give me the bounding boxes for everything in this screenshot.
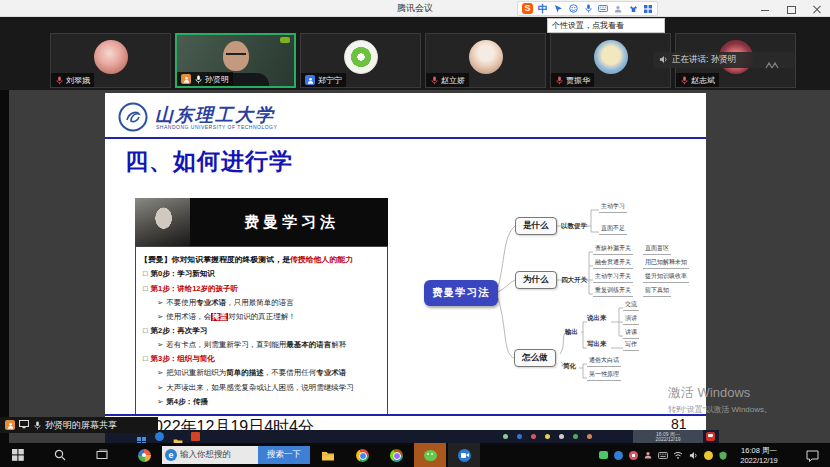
feynman-title: 费曼学习法 <box>195 198 388 246</box>
mindmap-node-how: 怎么做 <box>514 349 556 367</box>
shared-tray-icon <box>573 434 578 439</box>
network-icon[interactable] <box>673 450 683 460</box>
tray-keyboard-icon[interactable] <box>658 450 668 460</box>
mindmap-leaf: 重复训练开关 <box>593 286 633 297</box>
taskbar-search-button[interactable]: 搜索一下 <box>258 446 310 464</box>
slide-footer-divider <box>105 414 706 416</box>
mindmap-leaf: 讲课 <box>623 328 639 339</box>
mindmap-leaf: 写作 <box>623 340 639 351</box>
start-button[interactable] <box>4 443 32 467</box>
tray-360-icon[interactable] <box>628 450 638 460</box>
taskbar-clock[interactable]: 16:08 周一 2022/12/19 <box>728 446 790 466</box>
tray-input-person-icon[interactable] <box>643 450 653 460</box>
taskbar-search-input[interactable] <box>180 450 254 460</box>
shared-meeting-icon <box>155 432 164 441</box>
mindmap-branch-label: 说出来 <box>587 314 607 323</box>
share-label: 孙贤明的屏幕共享 <box>45 419 117 432</box>
mindmap-branch-label: 输出 <box>565 328 578 337</box>
tray-meeting-icon[interactable] <box>613 450 623 460</box>
participant-tile-2[interactable]: 孙贤明 <box>175 33 296 88</box>
browser-icon[interactable] <box>382 443 410 467</box>
sogou-input-toolbar[interactable]: S 中 <box>517 1 658 16</box>
screen-share-indicator[interactable]: 孙贤明的屏幕共享 <box>0 417 158 433</box>
left-black-strip <box>0 90 9 443</box>
participant-nametag: 郑宁宁 <box>301 73 346 87</box>
shared-tray-icon <box>503 434 508 439</box>
feynman-sub-line: ➢若有卡点，则需重新学习，直到能用最基本的语言解释 <box>140 341 383 349</box>
tray-yellow-icon[interactable] <box>703 450 713 460</box>
sharing-user-badge-icon <box>5 420 15 430</box>
mindmap-leaf: 主动学习 <box>599 202 627 213</box>
input-mode-chinese[interactable]: 中 <box>538 3 548 14</box>
sogou-tooltip: 个性设置，点我看看 <box>547 18 665 33</box>
shared-tray-icon <box>517 434 522 439</box>
avatar <box>344 40 378 74</box>
taskbar-search-box[interactable]: e <box>162 446 258 464</box>
shared-tray-icon <box>559 434 564 439</box>
monitor-icon <box>19 420 29 431</box>
participant-tile-4[interactable]: 赵立娇 <box>425 33 546 88</box>
file-explorer-icon[interactable] <box>314 443 342 467</box>
participant-name: 赵志斌 <box>691 75 715 86</box>
mic-icon <box>33 420 41 430</box>
task-view-icon[interactable] <box>88 443 116 467</box>
voice-input-icon[interactable] <box>583 4 593 14</box>
notification-center-icon[interactable] <box>806 448 819 466</box>
participant-name: 贾振华 <box>566 75 590 86</box>
volume-icon[interactable] <box>688 450 698 460</box>
mindmap-node-what: 是什么 <box>515 217 557 235</box>
feynman-sub-line: ➢第4步：传播 <box>140 398 383 406</box>
sogou-logo-icon[interactable]: S <box>522 3 533 14</box>
feynman-sub-line: ➢使用术语，会掩盖对知识的真正理解！ <box>140 313 383 321</box>
participant-nametag: 赵立娇 <box>426 73 469 87</box>
participant-tile-1[interactable]: 刘翠娥 <box>50 33 171 88</box>
participant-nametag: 贾振华 <box>551 73 594 87</box>
close-button[interactable] <box>812 4 822 14</box>
restore-button[interactable] <box>786 4 796 14</box>
participant-nametag: 刘翠娥 <box>51 73 94 87</box>
participant-nametag: 赵志斌 <box>676 73 719 87</box>
shared-notification-badge-icon <box>706 432 715 441</box>
keyboard-icon[interactable] <box>598 4 608 14</box>
shared-clock: 16:09 周一 2022/12/19 <box>633 430 703 443</box>
active-speaker-text: 正在讲话: 孙贤明 <box>672 54 736 66</box>
mic-muted-icon <box>555 75 563 85</box>
sharing-user-badge-icon <box>181 74 191 84</box>
window-title: 腾讯会议 <box>0 0 830 17</box>
mindmap-branch-label: 简化 <box>563 362 576 371</box>
mic-on-icon <box>194 74 202 84</box>
cursor-icon[interactable] <box>553 4 563 14</box>
participant-video-strip: 刘翠娥 孙贤明 郑宁宁 赵立娇 贾振华 <box>0 17 830 90</box>
wechat-taskbar-icon[interactable] <box>414 443 446 467</box>
chrome-icon[interactable] <box>348 443 376 467</box>
speaker-icon <box>659 55 668 66</box>
windows-taskbar: e 搜索一下 16:08 周一 2022/12/19 <box>0 443 830 467</box>
mindmap-leaf: 融会贯通开关 <box>593 258 633 269</box>
minimize-button[interactable] <box>760 4 770 14</box>
feynman-step-line: □第0步：学习新知识 <box>140 270 383 278</box>
emoji-icon[interactable] <box>568 4 578 14</box>
shared-powerpoint-icon <box>191 432 200 441</box>
feynman-portrait <box>135 198 190 246</box>
tray-app-icon[interactable] <box>598 450 608 460</box>
shared-tray-icon <box>587 434 592 439</box>
toolbox-grid-icon[interactable] <box>643 4 653 14</box>
collapse-strip-icon[interactable] <box>765 55 779 73</box>
clock-date: 2022/12/19 <box>728 456 790 466</box>
mic-muted-icon <box>430 75 438 85</box>
tencent-meeting-taskbar-icon[interactable] <box>448 443 480 467</box>
participant-nametag: 孙贤明 <box>177 72 233 86</box>
header-divider <box>105 137 706 139</box>
pinwheel-app-icon[interactable] <box>130 443 158 467</box>
skin-icon[interactable] <box>628 4 638 14</box>
security-shield-icon[interactable] <box>718 450 728 460</box>
shared-screen-area: 山东理工大学 SHANDONG UNIVERSITY OF TECHNOLOGY… <box>0 90 830 443</box>
participant-tile-3[interactable]: 郑宁宁 <box>300 33 421 88</box>
window-titlebar: 腾讯会议 S 中 <box>0 0 830 17</box>
mindmap-branch-label: 四大开关 <box>561 276 587 285</box>
clock-time: 16:08 周一 <box>728 446 790 456</box>
search-icon[interactable] <box>46 443 74 467</box>
watermark-subtitle: 转到“设置”以激活 Windows。 <box>668 404 772 415</box>
feynman-step-line: □第2步：再次学习 <box>140 327 383 335</box>
user-icon[interactable] <box>613 4 623 14</box>
